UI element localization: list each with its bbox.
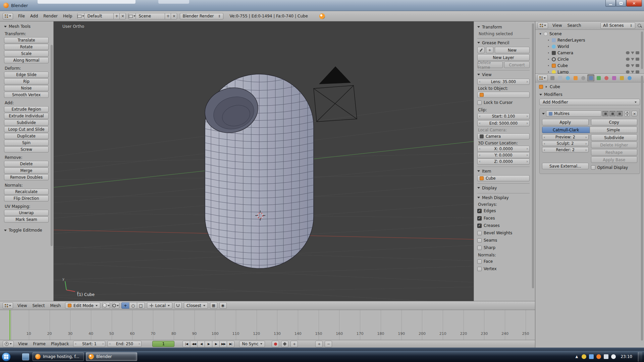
particles-tab[interactable] xyxy=(618,74,625,81)
editor-type-button[interactable] xyxy=(3,13,13,19)
mode-dropdown[interactable]: Edit Mode xyxy=(65,302,100,309)
scene-tab[interactable] xyxy=(556,74,564,81)
transform-orientation-dropdown[interactable]: Local xyxy=(147,302,172,309)
checkbox[interactable]: ✓ xyxy=(477,246,482,250)
panel-header[interactable]: Item xyxy=(477,168,530,174)
toolshelf-button[interactable]: Mark Seam xyxy=(4,217,49,223)
window-titlebar[interactable]: Blender × xyxy=(0,0,644,11)
toggle-editmode-panel-header[interactable]: Toggle Editmode xyxy=(4,228,49,233)
checkbox-row[interactable]: ✓ Bevel Weights xyxy=(477,229,530,237)
selectability-arrow-icon[interactable] xyxy=(631,64,634,67)
toolshelf-button[interactable]: Subdivide xyxy=(4,120,49,126)
menu-item[interactable]: Add xyxy=(28,13,40,19)
checkbox[interactable]: ✓ xyxy=(477,224,482,228)
quicklaunch-icon[interactable] xyxy=(22,353,29,360)
expander-icon[interactable] xyxy=(547,45,550,48)
render-engine-dropdown[interactable]: Blender Render⇕ xyxy=(180,13,223,19)
snap-element-dropdown[interactable]: Closest xyxy=(184,302,208,309)
layout-add-button[interactable]: + xyxy=(113,13,120,19)
expander-icon[interactable] xyxy=(547,51,550,55)
tray-icon-3[interactable] xyxy=(596,354,601,359)
increment-arrow[interactable]: › xyxy=(585,135,587,139)
menu-item[interactable]: Frame xyxy=(31,341,48,347)
menu-item[interactable]: View xyxy=(16,341,30,347)
subdivision-type-button[interactable]: Catmull-Clark xyxy=(542,127,590,133)
expander-icon[interactable] xyxy=(547,70,550,74)
current-frame-field[interactable]: 1 xyxy=(152,341,174,347)
visibility-eye-icon[interactable] xyxy=(626,70,630,73)
viewport-canvas[interactable]: y x xyxy=(54,21,474,301)
increment-arrow[interactable]: › xyxy=(527,114,528,118)
toolshelf-button[interactable]: Extrude Individual xyxy=(4,113,49,119)
auto-keyframe-button[interactable] xyxy=(272,341,279,347)
add-modifier-dropdown[interactable]: Add Modifier xyxy=(539,99,640,105)
current-frame-playhead[interactable] xyxy=(9,310,10,340)
sync-dropdown[interactable]: No Sync xyxy=(239,341,265,347)
scale-manipulator-button[interactable]: □ xyxy=(137,302,145,309)
cursor-y-field[interactable]: ‹Y: 0.0000› xyxy=(477,152,530,158)
panel-header[interactable]: Mesh Display xyxy=(477,194,530,201)
close-button[interactable]: × xyxy=(626,0,642,7)
toolshelf-button[interactable]: Unwrap xyxy=(4,210,49,216)
display-scope-dropdown[interactable]: All Scenes⇕ xyxy=(600,22,635,29)
expander-icon[interactable] xyxy=(539,32,542,36)
viewport-shading-dropdown[interactable] xyxy=(102,302,110,309)
scene-delete-button[interactable]: × xyxy=(171,13,177,19)
add-marker-button[interactable]: + xyxy=(315,341,323,347)
scene-add-button[interactable]: + xyxy=(165,13,171,19)
outliner-row[interactable]: RenderLayers xyxy=(535,37,644,43)
checkbox[interactable]: ✓ xyxy=(591,165,595,170)
toolshelf-button[interactable]: Duplicate xyxy=(4,133,49,139)
panel-header[interactable]: Display xyxy=(477,185,530,191)
layout-browse-button[interactable] xyxy=(77,13,85,19)
tray-network-icon[interactable] xyxy=(604,354,608,359)
opengl-render-anim-button[interactable]: ◉ xyxy=(219,302,227,309)
convert-button[interactable]: Convert xyxy=(504,62,530,68)
frame-end-field[interactable]: ‹End: 250› xyxy=(107,341,142,347)
toolshelf-button[interactable]: Recalculate xyxy=(4,189,49,195)
lens-field[interactable]: ‹Lens: 35.000› xyxy=(477,79,530,85)
physics-tab[interactable] xyxy=(626,74,633,81)
toolshelf-button[interactable]: Noise xyxy=(4,85,49,91)
toolshelf-button[interactable]: Remove Doubles xyxy=(4,174,49,180)
jump-to-end-button[interactable]: ▶| xyxy=(227,341,234,347)
checkbox-row[interactable]: ✓ Creases xyxy=(477,222,530,229)
cursor-z-field[interactable]: ‹Z: 0.0000› xyxy=(477,159,530,165)
decrement-arrow[interactable]: ‹ xyxy=(479,159,480,164)
layout-delete-button[interactable]: × xyxy=(119,13,126,19)
selectability-arrow-icon[interactable] xyxy=(631,58,634,61)
increment-arrow[interactable]: › xyxy=(527,159,528,164)
toolshelf-button[interactable]: Rotate xyxy=(4,44,49,50)
checkbox-row[interactable]: ✓ Edges xyxy=(477,207,530,215)
save-external-button[interactable]: Save External... xyxy=(542,163,589,169)
renderability-camera-icon[interactable] xyxy=(636,58,639,61)
modifier-render-toggle[interactable] xyxy=(602,111,608,116)
copy-modifier-button[interactable]: Copy xyxy=(591,119,638,125)
decrement-arrow[interactable]: ‹ xyxy=(544,135,545,139)
scene-name-field[interactable]: Scene xyxy=(136,13,165,19)
opengl-render-button[interactable]: ▦ xyxy=(210,302,217,309)
prev-frame-button[interactable]: ◀ xyxy=(197,341,205,347)
increment-arrow[interactable]: › xyxy=(585,148,587,152)
increment-arrow[interactable]: › xyxy=(527,146,528,151)
checkbox[interactable]: ✓ xyxy=(477,216,482,221)
new-layer-button[interactable]: New Layer xyxy=(477,54,530,61)
remove-marker-button[interactable]: − xyxy=(325,341,332,347)
outliner-row[interactable]: World xyxy=(535,43,644,50)
multires-level-field[interactable]: ‹ Render: 2 › xyxy=(542,147,589,153)
panel-header[interactable]: View xyxy=(477,71,530,78)
mesh-object[interactable] xyxy=(200,74,314,268)
move-modifier-down-button[interactable] xyxy=(625,114,630,117)
modifier-editmode-toggle[interactable] xyxy=(616,111,623,116)
grease-pencil-new-button[interactable]: New xyxy=(495,47,530,53)
toolshelf-button[interactable]: Spin xyxy=(4,140,49,146)
renderability-camera-icon[interactable] xyxy=(636,51,639,54)
layout-name-field[interactable]: Default xyxy=(84,13,114,19)
checkbox[interactable]: ✓ xyxy=(477,238,482,243)
scene-browse-button[interactable] xyxy=(128,13,136,19)
increment-arrow[interactable]: › xyxy=(527,79,528,84)
constraints-tab[interactable] xyxy=(580,74,587,81)
rotate-manipulator-button[interactable]: ○ xyxy=(129,302,137,309)
properties-scrollbar[interactable] xyxy=(641,76,643,341)
play-button[interactable]: ▶ xyxy=(205,341,212,347)
